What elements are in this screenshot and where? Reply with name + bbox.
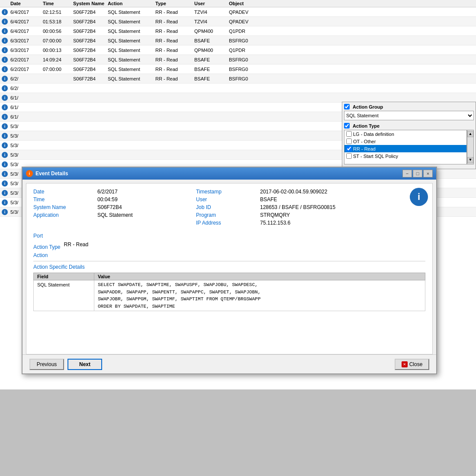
field-col-header: Field (34, 273, 94, 280)
table-row[interactable]: i 6/2/ S06F72B4 SQL Statement RR - Read … (0, 74, 476, 84)
row-type: RR - Read (155, 67, 194, 72)
col-obj-header: Object (229, 1, 264, 6)
dialog-window-controls: − □ × (402, 170, 433, 177)
action-type-item-label: RR - Read (353, 146, 376, 151)
action-group-label: Action Group (344, 104, 474, 109)
row-obj: Q1PDR (229, 29, 264, 34)
action-type-item[interactable]: RR - Read (344, 145, 466, 152)
col-action-header: Action (108, 1, 155, 6)
table-row[interactable]: i 6/3/2017 07:00:00 S06F72B4 SQL Stateme… (0, 36, 476, 45)
jobid-label: Job ID (196, 204, 257, 210)
col-time-header: Time (43, 1, 73, 6)
sysname-value: S06F72B4 (97, 204, 193, 210)
actiontype-label: Action Type (33, 244, 60, 250)
row-type: RR - Read (155, 57, 194, 62)
row-action: SQL Statement (108, 76, 155, 81)
action-type-checkbox[interactable] (344, 123, 350, 129)
col-type-header: Type (155, 1, 194, 6)
action-group-checkbox[interactable] (344, 104, 350, 109)
minimize-button[interactable]: − (402, 170, 412, 177)
action-type-item[interactable]: ST - Start SQL Policy (344, 152, 466, 160)
action-type-item-label: ST - Start SQL Policy (353, 154, 398, 159)
table-row[interactable]: i 6/4/2017 01:53:18 S06F72B4 SQL Stateme… (0, 17, 476, 26)
row-date: 6/3/2017 (10, 48, 43, 53)
row-sysname: S06F72B4 (73, 38, 108, 43)
row-icon: i (2, 47, 10, 53)
row-action: SQL Statement (108, 19, 155, 24)
action-label: Action (33, 252, 48, 258)
previous-button[interactable]: Previous (29, 359, 64, 370)
row-user: BSAFE (194, 76, 229, 81)
row-icon: i (2, 133, 10, 139)
row-action: SQL Statement (108, 57, 155, 62)
dialog-titlebar: i Event Details − □ × (23, 167, 436, 180)
action-type-item-label: LG - Data definition (353, 132, 394, 137)
row-date: 6/3/2017 (10, 38, 43, 43)
action-type-item[interactable]: OT - Other (344, 138, 466, 145)
action-type-checkbox-item[interactable] (346, 138, 352, 144)
dialog-footer: Previous Next ✕ Close (23, 354, 436, 373)
row-time: 07:00:00 (43, 38, 73, 43)
col-user-header: User (194, 1, 229, 6)
row-icon: i (2, 209, 10, 215)
row-icon: i (2, 161, 10, 167)
action-specific-label: Action Specific Details (33, 264, 425, 270)
row-icon: i (2, 104, 10, 110)
filter-panel: Action Group SQL Statement Action Type L… (342, 102, 476, 169)
program-value: STRQMQRY (260, 212, 364, 218)
row-user: BSAFE (194, 38, 229, 43)
action-type-checkbox-item[interactable] (346, 146, 352, 151)
action-type-checkbox-item[interactable] (346, 153, 352, 159)
scroll-down-btn[interactable]: ▼ (467, 157, 473, 163)
maximize-button[interactable]: □ (413, 170, 422, 177)
row-date: 6/2/2017 (10, 57, 43, 62)
row-obj: BSFRG0 (229, 57, 264, 62)
next-button[interactable]: Next (68, 359, 102, 370)
row-time: 14:09:24 (43, 57, 73, 62)
row-action: SQL Statement (108, 38, 155, 43)
row-icon: i (2, 123, 10, 129)
table-row[interactable]: i 6/2/2017 07:00:00 S06F72B4 SQL Stateme… (0, 64, 476, 74)
row-icon: i (2, 114, 10, 120)
row-obj: BSFRG0 (229, 76, 264, 81)
row-sysname: S06F72B4 (73, 10, 108, 15)
table-row[interactable]: i 6/1/ (0, 93, 476, 103)
col-sysname-header: System Name (73, 1, 108, 6)
row-date: 5/3/ (10, 162, 43, 167)
row-icon: i (2, 190, 10, 196)
dialog-title-icon: i (26, 170, 33, 177)
close-button[interactable]: ✕ Close (395, 359, 429, 370)
close-window-button[interactable]: × (423, 170, 433, 177)
row-sysname: S06F72B4 (73, 48, 108, 53)
table-row[interactable]: i 6/2/ (0, 84, 476, 93)
row-time: 02:12:51 (43, 10, 73, 15)
row-sysname: S06F72B4 (73, 76, 108, 81)
table-row[interactable]: i 6/4/2017 00:00:56 S06F72B4 SQL Stateme… (0, 26, 476, 36)
row-action: SQL Statement (108, 29, 155, 34)
action-group-select[interactable]: SQL Statement (344, 111, 474, 120)
action-group-section: Action Group SQL Statement (344, 104, 474, 120)
timestamp-value: 2017-06-02-00.04.59.909022 (260, 189, 364, 195)
row-obj: BSFRG0 (229, 38, 264, 43)
row-user: QPM400 (194, 48, 229, 53)
row-user: TZVI4 (194, 19, 229, 24)
port-label: Port (33, 233, 43, 239)
action-type-list[interactable]: LG - Data definitionOT - OtherRR - ReadS… (344, 130, 467, 164)
sysname-label: System Name (33, 204, 94, 210)
row-obj: BSFRG0 (229, 67, 264, 72)
actiontype-value: RR - Read (64, 241, 88, 251)
table-row[interactable]: i 6/4/2017 02:12:51 S06F72B4 SQL Stateme… (0, 7, 476, 17)
row-date: 5/3/ (10, 124, 43, 129)
row-icon: i (2, 9, 10, 15)
row-date: 6/1/ (10, 114, 43, 119)
table-row[interactable]: i 6/3/2017 00:00:13 S06F72B4 SQL Stateme… (0, 45, 476, 55)
action-type-item[interactable]: LG - Data definition (344, 130, 466, 138)
table-row[interactable]: i 6/2/2017 14:09:24 S06F72B4 SQL Stateme… (0, 55, 476, 64)
row-icon: i (2, 57, 10, 63)
row-user: BSAFE (194, 67, 229, 72)
scroll-up-btn[interactable]: ▲ (467, 131, 473, 137)
row-type: RR - Read (155, 76, 194, 81)
sql-value: SELECT SWAPDATE, SWAPTIME, SWAPUSPF, SWA… (94, 280, 425, 311)
action-type-checkbox-item[interactable] (346, 131, 352, 137)
row-date: 6/1/ (10, 105, 43, 110)
